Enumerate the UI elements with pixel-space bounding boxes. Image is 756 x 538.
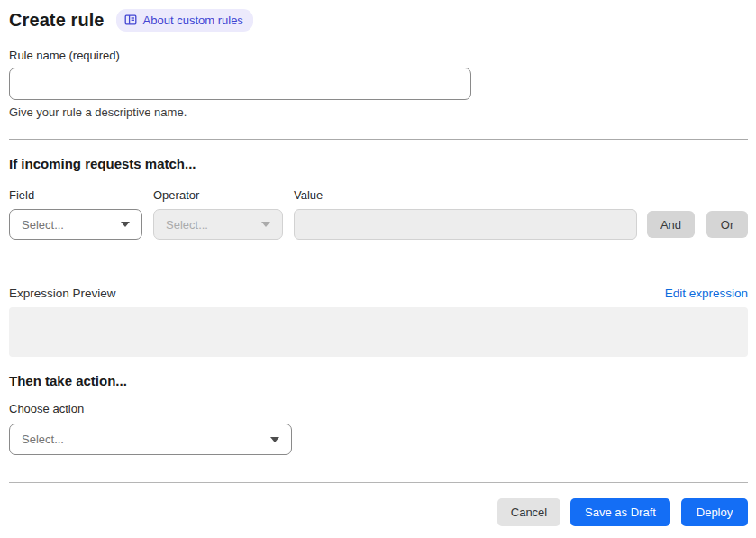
rule-name-helper: Give your rule a descriptive name.: [9, 105, 748, 119]
value-input: [294, 209, 637, 240]
save-as-draft-button[interactable]: Save as Draft: [570, 498, 670, 526]
field-select[interactable]: Select...: [9, 209, 142, 240]
rule-name-input[interactable]: [9, 68, 471, 100]
create-rule-page: Create rule About custom rules Rule name…: [0, 0, 756, 526]
expression-preview-row: Expression Preview Edit expression: [9, 287, 748, 300]
action-section-heading: Then take action...: [9, 373, 748, 388]
choose-action-label: Choose action: [9, 402, 748, 415]
choose-action-select[interactable]: Select...: [9, 424, 292, 455]
choose-action-placeholder: Select...: [22, 433, 64, 446]
expression-preview-label: Expression Preview: [9, 287, 116, 300]
about-custom-rules-link[interactable]: About custom rules: [116, 9, 253, 32]
chevron-down-icon: [261, 222, 270, 227]
about-custom-rules-label: About custom rules: [143, 14, 243, 26]
operator-column: Operator Select...: [153, 188, 283, 240]
operator-select: Select...: [153, 209, 283, 240]
field-label: Field: [9, 188, 142, 202]
footer-actions: Cancel Save as Draft Deploy: [9, 498, 748, 526]
footer-divider: [9, 482, 748, 483]
field-column: Field Select...: [9, 188, 142, 240]
expression-preview-box: [9, 307, 748, 357]
chevron-down-icon: [270, 437, 279, 442]
edit-expression-link[interactable]: Edit expression: [665, 287, 748, 300]
operator-label: Operator: [153, 188, 283, 202]
operator-select-placeholder: Select...: [166, 218, 208, 232]
deploy-button[interactable]: Deploy: [681, 498, 748, 526]
cancel-button[interactable]: Cancel: [497, 498, 560, 526]
rule-name-label: Rule name (required): [9, 49, 748, 62]
chevron-down-icon: [121, 222, 130, 227]
page-title: Create rule: [9, 10, 105, 31]
value-label: Value: [294, 188, 637, 202]
match-section-heading: If incoming requests match...: [9, 156, 748, 171]
and-button[interactable]: And: [647, 211, 695, 238]
docs-book-icon: [124, 14, 137, 26]
match-clause-row: Field Select... Operator Select... Value…: [9, 188, 748, 240]
page-header: Create rule About custom rules: [9, 9, 748, 32]
field-select-placeholder: Select...: [22, 218, 64, 232]
or-button[interactable]: Or: [706, 211, 748, 238]
section-divider-top: [9, 139, 748, 140]
value-column: Value: [294, 188, 637, 240]
